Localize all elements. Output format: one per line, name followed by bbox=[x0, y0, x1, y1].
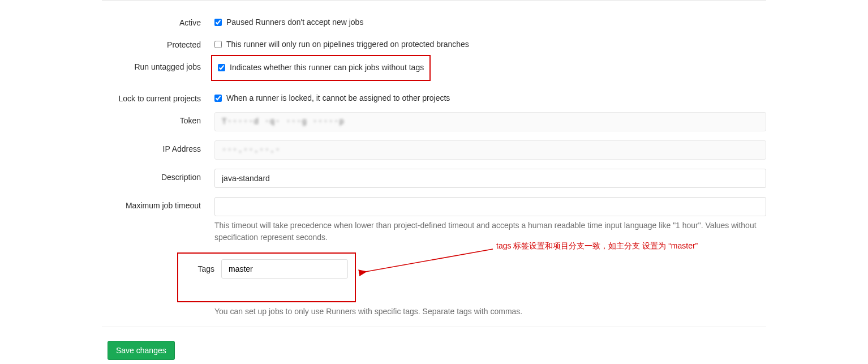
row-active: Active Paused Runners don't accept new j… bbox=[102, 14, 766, 27]
row-protected: Protected This runner will only run on p… bbox=[102, 36, 766, 49]
row-timeout: Maximum job timeout This timeout will ta… bbox=[102, 197, 766, 243]
row-description: Description bbox=[102, 169, 766, 188]
label-ip: IP Address bbox=[102, 140, 214, 153]
label-description: Description bbox=[102, 169, 214, 182]
timeout-input[interactable] bbox=[214, 197, 766, 216]
label-run-untagged: Run untagged jobs bbox=[102, 58, 214, 71]
tags-input[interactable] bbox=[221, 259, 348, 279]
label-active: Active bbox=[102, 14, 214, 27]
checkbox-protected-wrap[interactable]: This runner will only run on pipelines t… bbox=[214, 36, 766, 49]
ip-field: ···.··.··.· bbox=[214, 140, 766, 160]
checkbox-run-untagged-text: Indicates whether this runner can pick j… bbox=[230, 63, 424, 72]
checkbox-active-text: Paused Runners don't accept new jobs bbox=[226, 18, 363, 27]
row-ip: IP Address ···.··.··.· bbox=[102, 140, 766, 160]
timeout-help: This timeout will take precedence when l… bbox=[214, 220, 766, 243]
highlight-tags: Tags bbox=[177, 252, 356, 302]
checkbox-active[interactable] bbox=[214, 19, 222, 26]
tags-help: You can set up jobs to only use Runners … bbox=[214, 306, 766, 318]
checkbox-protected[interactable] bbox=[214, 41, 222, 48]
checkbox-protected-text: This runner will only run on pipelines t… bbox=[226, 40, 469, 49]
checkbox-lock-projects[interactable] bbox=[214, 95, 222, 102]
bottom-bar: Save changes bbox=[102, 327, 766, 360]
save-button[interactable]: Save changes bbox=[108, 341, 175, 360]
checkbox-active-wrap[interactable]: Paused Runners don't accept new jobs bbox=[214, 14, 766, 27]
annotation-text: tags 标签设置和项目分支一致，如主分支 设置为 “master” bbox=[496, 241, 698, 251]
token-field: T·····d ·q· ···g ·····p bbox=[214, 112, 766, 131]
row-token: Token T·····d ·q· ···g ·····p bbox=[102, 112, 766, 131]
row-lock-projects: Lock to current projects When a runner i… bbox=[102, 90, 766, 103]
label-protected: Protected bbox=[102, 36, 214, 49]
checkbox-run-untagged[interactable] bbox=[218, 64, 225, 71]
label-timeout: Maximum job timeout bbox=[102, 197, 214, 210]
label-tags: Tags bbox=[185, 264, 214, 273]
highlight-run-untagged: Indicates whether this runner can pick j… bbox=[211, 55, 431, 81]
label-lock-projects: Lock to current projects bbox=[102, 90, 214, 103]
checkbox-lock-wrap[interactable]: When a runner is locked, it cannot be as… bbox=[214, 90, 766, 102]
separator bbox=[102, 0, 766, 1]
svg-line-1 bbox=[366, 249, 493, 272]
checkbox-lock-text: When a runner is locked, it cannot be as… bbox=[226, 93, 450, 102]
description-input[interactable] bbox=[214, 169, 766, 188]
row-tags: x Tags You can set up jobs to only use R… bbox=[102, 252, 766, 318]
annotation-arrow bbox=[357, 264, 504, 286]
row-run-untagged: Run untagged jobs Indicates whether this… bbox=[102, 58, 766, 81]
label-token: Token bbox=[102, 112, 214, 125]
